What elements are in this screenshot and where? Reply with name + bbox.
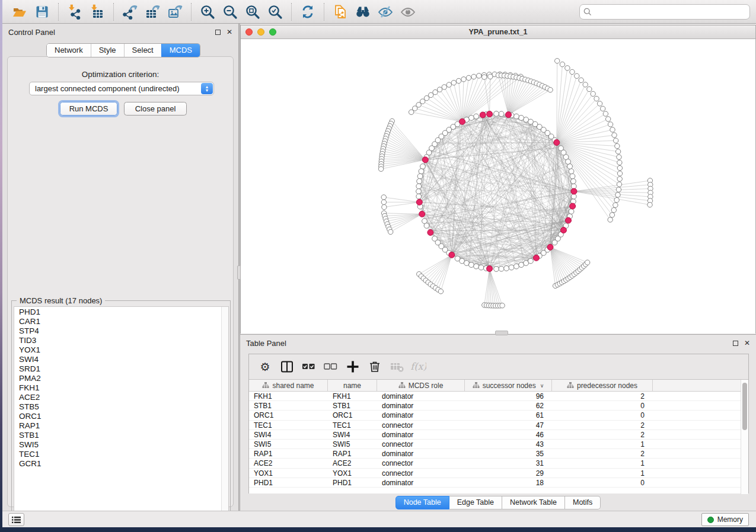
table-cell[interactable]: 1 <box>552 440 653 448</box>
leaf-node[interactable] <box>610 127 615 132</box>
table-cell[interactable]: connector <box>377 421 465 430</box>
table-row[interactable]: YOX1YOX1connector291 <box>249 469 748 478</box>
table-cell[interactable]: YOX1 <box>328 469 377 477</box>
sort-desc-icon[interactable]: ∨ <box>540 383 544 389</box>
table-cell[interactable]: 31 <box>465 459 552 467</box>
table-cell[interactable]: connector <box>377 469 465 477</box>
ring-node[interactable] <box>416 189 422 194</box>
close-table-panel-icon[interactable]: ✕ <box>744 341 750 346</box>
table-row[interactable]: PHD1PHD1dominator180 <box>249 478 748 488</box>
ring-node[interactable] <box>419 169 424 174</box>
table-row[interactable]: TEC1TEC1connector472 <box>249 421 748 430</box>
ring-node[interactable] <box>504 265 509 271</box>
table-cell[interactable]: ACE2 <box>249 459 328 467</box>
table-cell[interactable]: dominator <box>377 430 465 439</box>
mcds-result-item[interactable]: STB5 <box>14 402 228 411</box>
ring-node[interactable] <box>514 264 519 269</box>
mcds-result-item[interactable]: STP4 <box>14 326 228 335</box>
table-cell[interactable]: connector <box>377 459 465 467</box>
criterion-dropdown[interactable]: largest connected component (undirected)… <box>29 82 214 95</box>
leaf-node[interactable] <box>466 75 471 80</box>
mcds-result-item[interactable]: SWI5 <box>14 440 228 449</box>
ring-node[interactable] <box>479 265 484 270</box>
mcds-hub-node[interactable] <box>554 140 560 146</box>
table-cell[interactable]: YOX1 <box>249 469 328 477</box>
leaf-node[interactable] <box>616 187 621 192</box>
table-cell[interactable]: 29 <box>465 469 552 477</box>
ring-node[interactable] <box>468 116 474 121</box>
close-panel-button[interactable]: Close panel <box>124 102 187 116</box>
ring-node[interactable] <box>570 174 575 179</box>
leaf-node[interactable] <box>446 82 451 87</box>
table-row[interactable]: ACE2ACE2connector311 <box>249 459 748 468</box>
leaf-node[interactable] <box>587 86 592 91</box>
columns-icon[interactable] <box>278 358 296 376</box>
leaf-node[interactable] <box>617 177 622 181</box>
table-cell[interactable]: 61 <box>465 411 552 419</box>
leaf-node[interactable] <box>575 73 579 78</box>
select-all-icon[interactable] <box>300 358 318 376</box>
leaf-node[interactable] <box>477 73 481 78</box>
mcds-result-item[interactable]: PHD1 <box>14 307 228 316</box>
table-cell[interactable]: 2 <box>552 392 653 400</box>
leaf-node[interactable] <box>617 171 622 176</box>
leaf-node[interactable] <box>600 106 605 111</box>
leaf-node[interactable] <box>583 82 588 87</box>
table-cell[interactable]: ACE2 <box>328 459 377 467</box>
leaf-node[interactable] <box>617 182 621 187</box>
ring-node[interactable] <box>524 117 529 123</box>
ring-node[interactable] <box>567 164 573 169</box>
table-cell[interactable]: 2 <box>552 449 653 458</box>
leaf-node[interactable] <box>615 143 620 148</box>
close-panel-icon[interactable]: ✕ <box>227 30 232 35</box>
save-icon[interactable] <box>31 2 53 21</box>
export-network-icon[interactable] <box>119 2 141 21</box>
mcds-result-item[interactable]: CAR1 <box>14 316 228 326</box>
binoculars-icon[interactable] <box>352 2 374 21</box>
horizontal-splitter-handle[interactable] <box>495 331 508 335</box>
table-cell[interactable]: STB1 <box>328 401 377 410</box>
leaf-node[interactable] <box>381 200 386 204</box>
mcds-hub-node[interactable] <box>416 199 422 205</box>
table-row[interactable]: ORC1ORC1dominator610 <box>249 411 748 420</box>
mcds-hub-node[interactable] <box>422 157 428 163</box>
mcds-hub-node[interactable] <box>547 244 553 250</box>
leaf-node[interactable] <box>605 117 610 121</box>
mcds-hub-node[interactable] <box>449 252 455 258</box>
leaf-node[interactable] <box>451 80 456 85</box>
ring-node[interactable] <box>417 179 422 184</box>
table-cell[interactable]: 2 <box>552 430 653 439</box>
table-row[interactable]: STB1STB1dominator620 <box>249 401 748 411</box>
leaf-node[interactable] <box>611 207 616 212</box>
leaf-node[interactable] <box>456 78 461 83</box>
ring-node[interactable] <box>416 194 422 199</box>
leaf-node[interactable] <box>560 62 564 66</box>
table-scrollbar-thumb[interactable] <box>742 383 747 430</box>
run-mcds-button[interactable]: Run MCDS <box>60 102 117 116</box>
mcds-result-item[interactable]: SRD1 <box>14 364 228 373</box>
clone-network-icon[interactable] <box>329 2 352 21</box>
leaf-node[interactable] <box>378 166 383 171</box>
table-cell[interactable]: SWI4 <box>328 430 377 439</box>
zoom-in-icon[interactable] <box>196 2 219 21</box>
mcds-result-item[interactable]: RAP1 <box>14 421 228 430</box>
leaf-node[interactable] <box>500 303 505 308</box>
mcds-result-item[interactable]: PMA2 <box>14 373 228 383</box>
tab-network-table[interactable]: Network Table <box>502 496 565 509</box>
ring-node[interactable] <box>494 111 499 117</box>
leaf-node[interactable] <box>617 160 622 165</box>
import-network-icon[interactable] <box>63 2 86 21</box>
ring-node[interactable] <box>416 184 422 189</box>
mcds-hub-node[interactable] <box>487 266 493 272</box>
leaf-node[interactable] <box>482 75 487 79</box>
ring-node[interactable] <box>519 116 524 121</box>
mcds-hub-node[interactable] <box>480 112 486 118</box>
leaf-node[interactable] <box>610 213 614 217</box>
leaf-node[interactable] <box>570 69 575 74</box>
import-table-icon[interactable] <box>86 2 109 21</box>
table-cell[interactable]: RAP1 <box>249 449 328 458</box>
leaf-node[interactable] <box>594 96 599 101</box>
leaf-node[interactable] <box>388 229 393 234</box>
column-header-shared-name[interactable]: shared name <box>249 380 328 391</box>
ring-node[interactable] <box>464 261 469 266</box>
